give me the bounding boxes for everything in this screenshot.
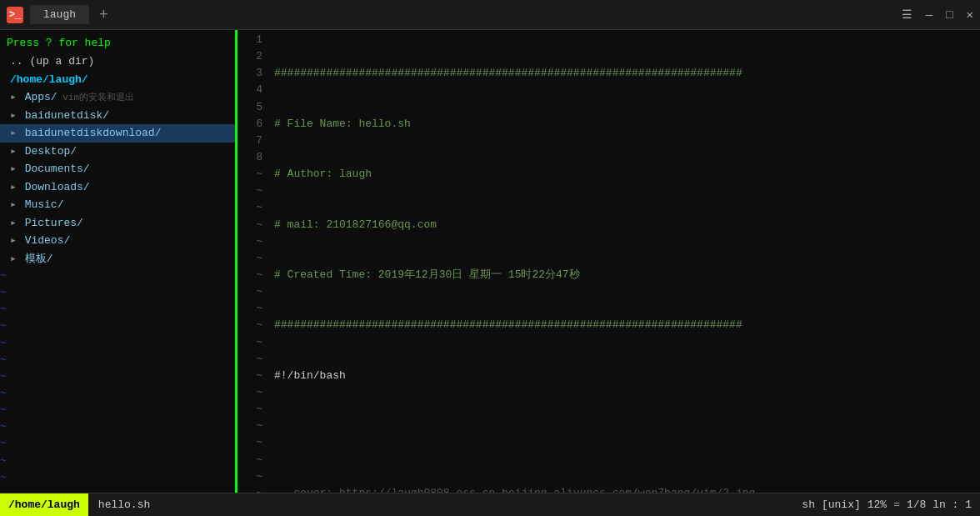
minimize-button[interactable]: — bbox=[926, 8, 932, 22]
tilde-line-num: ~ bbox=[238, 300, 262, 317]
sidebar-up-dir[interactable]: .. (up a dir) bbox=[0, 53, 235, 71]
dir-arrow-icon: ▸ bbox=[10, 234, 23, 247]
tilde-line: cover: https://laugh0808.oss-cn-beijing.… bbox=[274, 485, 980, 493]
tilde-line: ~ bbox=[0, 318, 235, 334]
tilde-line-num: ~ bbox=[238, 368, 262, 384]
tilde-line: ~ bbox=[0, 301, 235, 318]
sidebar-item[interactable]: ▸ baidunetdiskdownload/ bbox=[0, 124, 235, 143]
dir-arrow-icon: ▸ bbox=[10, 127, 23, 139]
main-area: Press ? for help .. (up a dir) /home/lau… bbox=[0, 30, 980, 493]
tilde-line-num: ~ bbox=[238, 166, 262, 183]
tilde-line: ~ bbox=[0, 402, 235, 418]
statusbar-right: sh [unix] 12% = 1/8 ln : 1 bbox=[793, 498, 980, 511]
code-line: #!/bin/bash bbox=[274, 368, 980, 384]
sidebar-item[interactable]: ▸ Pictures/ bbox=[0, 214, 235, 233]
dir-arrow-icon: ▸ bbox=[10, 91, 23, 103]
code-line: # File Name: hello.sh bbox=[274, 116, 980, 133]
statusbar-encoding: [unix] bbox=[822, 498, 861, 511]
tilde-line: ~ bbox=[0, 385, 235, 402]
menu-button[interactable]: ☰ bbox=[902, 8, 912, 22]
sidebar-item[interactable]: ▸ Desktop/ bbox=[0, 143, 235, 161]
terminal-icon: >_ bbox=[7, 7, 23, 23]
line-num: 8 bbox=[238, 149, 262, 166]
code-line: # Author: laugh bbox=[274, 166, 980, 183]
dir-arrow-icon: ▸ bbox=[10, 253, 23, 265]
add-tab-button[interactable]: + bbox=[92, 7, 115, 23]
editor-area: 1 2 3 4 5 6 7 8 ~ ~ ~ ~ ~ ~ ~ ~ ~ ~ ~ ~ bbox=[238, 30, 980, 493]
statusbar: /home/laugh hello.sh sh [unix] 12% = 1/8… bbox=[0, 493, 980, 516]
sidebar-item[interactable]: ▸ Apps/ vim的安装和退出 bbox=[0, 88, 235, 107]
tilde-line: ~ bbox=[0, 418, 235, 435]
tilde-line-num: ~ bbox=[238, 351, 262, 368]
dir-arrow-icon: ▸ bbox=[10, 109, 23, 122]
tilde-line-num: ~ bbox=[238, 199, 262, 216]
tilde-line-num: ~ bbox=[238, 317, 262, 333]
statusbar-percent: 12% bbox=[868, 498, 887, 511]
tilde-line-num: ~ bbox=[238, 384, 262, 401]
tilde-line: ~ bbox=[0, 453, 235, 469]
tilde-line-num: ~ bbox=[238, 217, 262, 233]
tilde-line: ~ bbox=[0, 486, 235, 493]
tilde-line-num: ~ bbox=[238, 250, 262, 267]
tilde-line: ~ bbox=[0, 469, 235, 486]
sidebar-help-text: Press ? for help bbox=[0, 33, 235, 53]
dir-arrow-icon: ▸ bbox=[10, 198, 23, 211]
sidebar-item[interactable]: ▸ 模板/ bbox=[0, 250, 235, 268]
tilde-line: ~ bbox=[0, 335, 235, 352]
dir-arrow-icon: ▸ bbox=[10, 217, 23, 229]
window-controls: ☰ — □ ✕ bbox=[902, 8, 973, 22]
terminal-tab[interactable]: laugh bbox=[30, 5, 89, 24]
maximize-button[interactable]: □ bbox=[946, 8, 952, 22]
code-content: ########################################… bbox=[268, 30, 980, 493]
code-line: ########################################… bbox=[274, 317, 980, 333]
dir-arrow-icon: ▸ bbox=[10, 163, 23, 175]
tilde-line: ~ bbox=[0, 352, 235, 368]
code-line bbox=[274, 418, 980, 434]
statusbar-filename: hello.sh bbox=[88, 498, 160, 511]
code-line: # mail: 2101827166@qq.com bbox=[274, 217, 980, 233]
tilde-line-num: ~ bbox=[238, 283, 262, 300]
sidebar-item[interactable]: ▸ Documents/ bbox=[0, 160, 235, 178]
sidebar-item[interactable]: ▸ Videos/ bbox=[0, 232, 235, 250]
tilde-line: ~ bbox=[0, 368, 235, 385]
tilde-line-num: ~ bbox=[238, 334, 262, 351]
line-num: 5 bbox=[238, 99, 262, 116]
tilde-line: ~ bbox=[0, 435, 235, 452]
sidebar-item[interactable]: ▸ baidunetdisk/ bbox=[0, 107, 235, 125]
line-numbers: 1 2 3 4 5 6 7 8 ~ ~ ~ ~ ~ ~ ~ ~ ~ ~ ~ ~ bbox=[238, 30, 268, 493]
tilde-line-num: ~ bbox=[238, 434, 262, 451]
tilde-line-num: ~ bbox=[238, 233, 262, 250]
code-view[interactable]: 1 2 3 4 5 6 7 8 ~ ~ ~ ~ ~ ~ ~ ~ ~ ~ ~ ~ bbox=[238, 30, 980, 493]
line-num: 4 bbox=[238, 82, 262, 98]
statusbar-filetype: sh bbox=[802, 498, 815, 511]
sidebar-item[interactable]: ▸ Music/ bbox=[0, 196, 235, 214]
tilde-line-num: ~ bbox=[238, 452, 262, 468]
tilde-line: ~ bbox=[0, 268, 235, 284]
dir-arrow-icon: ▸ bbox=[10, 145, 23, 158]
statusbar-separator: = bbox=[893, 498, 900, 511]
tilde-line-num: ~ bbox=[238, 418, 262, 434]
line-num: 1 bbox=[238, 32, 262, 48]
tilde-line-num: ~ bbox=[238, 267, 262, 283]
sidebar-current-dir: /home/laugh/ bbox=[0, 71, 235, 89]
tilde-line-num: ~ bbox=[238, 485, 262, 493]
sidebar: Press ? for help .. (up a dir) /home/lau… bbox=[0, 30, 238, 493]
close-button[interactable]: ✕ bbox=[967, 8, 973, 22]
sidebar-item[interactable]: ▸ Downloads/ bbox=[0, 178, 235, 197]
tilde-line-num: ~ bbox=[238, 183, 262, 199]
tilde-line-num: ~ bbox=[238, 401, 262, 418]
dir-arrow-icon: ▸ bbox=[10, 181, 23, 193]
tilde-line: ~ bbox=[0, 284, 235, 301]
line-num: 3 bbox=[238, 65, 262, 82]
statusbar-position: 1/8 ln : 1 bbox=[907, 498, 972, 511]
titlebar: >_ laugh + ☰ — □ ✕ bbox=[0, 0, 980, 30]
statusbar-path: /home/laugh bbox=[0, 493, 88, 516]
tilde-line-num: ~ bbox=[238, 468, 262, 485]
line-num: 2 bbox=[238, 48, 262, 65]
code-line: ########################################… bbox=[274, 65, 980, 82]
code-line: # Created Time: 2019年12月30日 星期一 15时22分47… bbox=[274, 267, 980, 283]
line-num: 7 bbox=[238, 133, 262, 149]
line-num: 6 bbox=[238, 116, 262, 133]
